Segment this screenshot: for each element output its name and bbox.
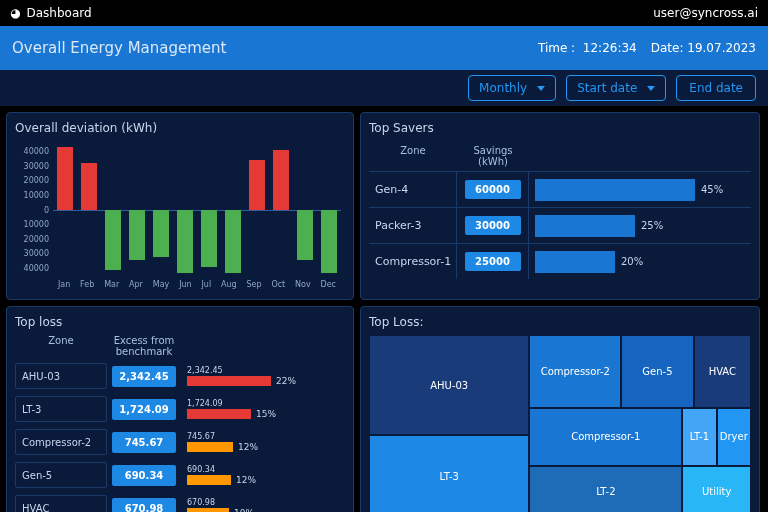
header: Overall Energy Management Time : 12:26:3…: [0, 26, 768, 70]
time-value: 12:26:34: [583, 41, 637, 55]
treemap-cell[interactable]: Compressor-2: [529, 335, 621, 408]
treemap: AHU-03LT-3Compressor-2Gen-5HVACCompresso…: [369, 335, 751, 512]
top-savers-panel: Top Savers ZoneSavings (kWh) Gen-4600004…: [360, 112, 760, 300]
treemap-cell[interactable]: LT-2: [529, 466, 682, 512]
treemap-cell[interactable]: LT-3: [369, 435, 529, 512]
treemap-cell[interactable]: Dryer: [717, 408, 751, 466]
treemap-cell[interactable]: HVAC: [694, 335, 751, 408]
page-title: Overall Energy Management: [12, 39, 226, 57]
controls-bar: Monthly Start date End date: [0, 70, 768, 106]
dashboard-icon: ◕: [10, 6, 20, 20]
topbar: ◕ Dashboard user@syncross.ai: [0, 0, 768, 26]
start-date-dropdown[interactable]: Start date: [566, 75, 666, 101]
chevron-down-icon: [647, 86, 655, 91]
date-value: 19.07.2023: [687, 41, 756, 55]
top-loss-title: Top loss: [15, 315, 345, 329]
top-loss-panel: Top loss ZoneExcess from benchmark AHU-0…: [6, 306, 354, 512]
deviation-title: Overall deviation (kWh): [15, 121, 345, 135]
treemap-panel: Top Loss: AHU-03LT-3Compressor-2Gen-5HVA…: [360, 306, 760, 512]
treemap-title: Top Loss:: [369, 315, 751, 329]
topbar-title: Dashboard: [26, 6, 91, 20]
saver-row: Compressor-12500020%: [369, 243, 751, 279]
loss-row: AHU-032,342.452,342.4522%: [15, 361, 345, 391]
loss-row: LT-31,724.091,724.0915%: [15, 394, 345, 424]
treemap-cell[interactable]: Utility: [682, 466, 751, 512]
treemap-cell[interactable]: AHU-03: [369, 335, 529, 435]
user-email[interactable]: user@syncross.ai: [653, 6, 758, 20]
period-dropdown[interactable]: Monthly: [468, 75, 556, 101]
saver-row: Packer-33000025%: [369, 207, 751, 243]
treemap-cell[interactable]: LT-1: [682, 408, 716, 466]
loss-row: Gen-5690.34690.3412%: [15, 460, 345, 490]
saver-row: Gen-46000045%: [369, 171, 751, 207]
treemap-cell[interactable]: Compressor-1: [529, 408, 682, 466]
deviation-panel: Overall deviation (kWh) 4000030000200001…: [6, 112, 354, 300]
treemap-cell[interactable]: Gen-5: [621, 335, 694, 408]
loss-row: HVAC670.98670.9810%: [15, 493, 345, 512]
deviation-chart: 4000030000200001000001000020000300004000…: [15, 141, 345, 289]
chevron-down-icon: [537, 86, 545, 91]
top-savers-title: Top Savers: [369, 121, 751, 135]
loss-row: Compressor-2745.67745.6712%: [15, 427, 345, 457]
end-date-button[interactable]: End date: [676, 75, 756, 101]
